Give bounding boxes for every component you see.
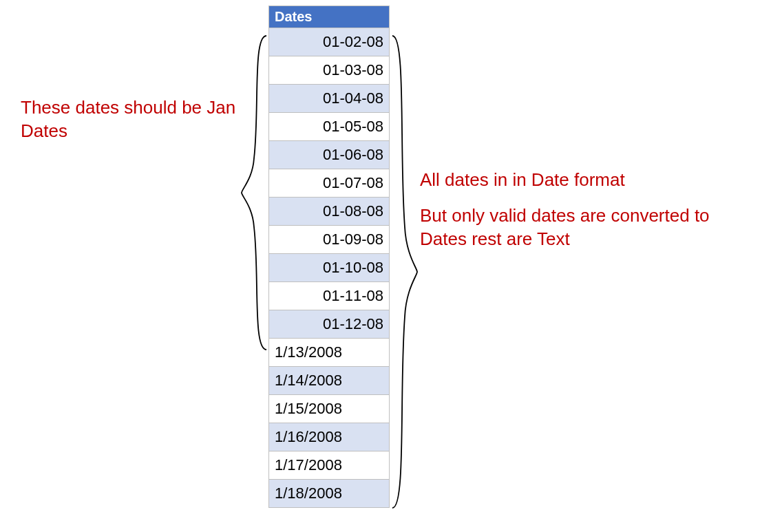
- date-cell: 1/13/2008: [269, 339, 390, 367]
- date-cell: 01-11-08: [269, 282, 390, 310]
- table-row: 01-02-08: [269, 28, 390, 56]
- date-cell: 01-08-08: [269, 198, 390, 226]
- table-row: 01-05-08: [269, 113, 390, 141]
- annotation-right: All dates in in Date format But only val…: [420, 169, 750, 263]
- table-row: 01-04-08: [269, 85, 390, 113]
- annotation-left-text: These dates should be Jan Dates: [21, 96, 241, 143]
- date-cell: 01-10-08: [269, 254, 390, 282]
- dates-table: Dates 01-02-0801-03-0801-04-0801-05-0801…: [268, 6, 390, 508]
- table-row: 1/13/2008: [269, 339, 390, 367]
- table-row: 01-07-08: [269, 169, 390, 198]
- annotation-right-line2: But only valid dates are converted to Da…: [420, 204, 750, 251]
- date-cell: 1/14/2008: [269, 367, 390, 395]
- annotation-right-line1: All dates in in Date format: [420, 169, 750, 192]
- table-row: 01-09-08: [269, 226, 390, 254]
- table-row: 1/14/2008: [269, 367, 390, 395]
- date-cell: 01-04-08: [269, 85, 390, 113]
- dates-header: Dates: [269, 6, 390, 28]
- table-row: 01-12-08: [269, 310, 390, 339]
- annotation-left: These dates should be Jan Dates: [21, 96, 241, 156]
- table-row: 01-06-08: [269, 141, 390, 169]
- date-cell: 01-12-08: [269, 310, 390, 339]
- date-cell: 01-09-08: [269, 226, 390, 254]
- table-row: 1/16/2008: [269, 423, 390, 451]
- date-cell: 01-02-08: [269, 28, 390, 56]
- table-row: 01-10-08: [269, 254, 390, 282]
- brace-right-icon: [391, 34, 419, 509]
- date-cell: 01-03-08: [269, 56, 390, 85]
- date-cell: 01-06-08: [269, 141, 390, 169]
- date-cell: 01-05-08: [269, 113, 390, 141]
- date-cell: 1/16/2008: [269, 423, 390, 451]
- date-cell: 1/18/2008: [269, 480, 390, 508]
- table-row: 1/15/2008: [269, 395, 390, 423]
- table-row: 01-11-08: [269, 282, 390, 310]
- table-row: 01-08-08: [269, 198, 390, 226]
- table-row: 1/18/2008: [269, 480, 390, 508]
- brace-left-icon: [240, 34, 268, 351]
- date-cell: 1/15/2008: [269, 395, 390, 423]
- table-row: 01-03-08: [269, 56, 390, 85]
- date-cell: 1/17/2008: [269, 451, 390, 480]
- date-cell: 01-07-08: [269, 169, 390, 198]
- table-row: 1/17/2008: [269, 451, 390, 480]
